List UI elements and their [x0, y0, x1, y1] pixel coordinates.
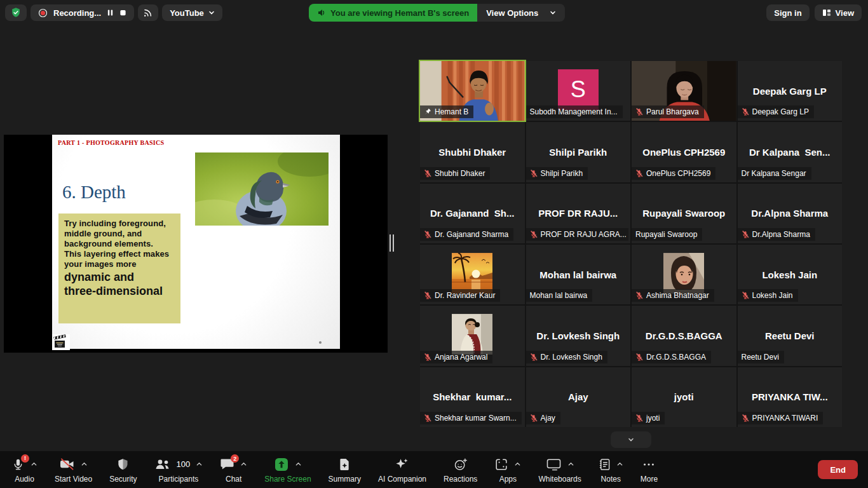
sign-in-label: Sign in: [774, 8, 801, 18]
chevron-up-icon[interactable]: [196, 461, 203, 468]
share-gallery-divider[interactable]: [388, 234, 395, 252]
participant-tile[interactable]: Shilpi ParikhShilpi Parikh: [526, 122, 631, 182]
muted-mic-icon: [530, 353, 538, 361]
chevron-up-icon[interactable]: [295, 461, 302, 468]
stop-recording-button[interactable]: [119, 9, 126, 17]
chevron-up-icon[interactable]: [240, 461, 247, 468]
participant-name-label: Ashima Bhatnagar: [632, 289, 714, 302]
chevron-up-icon[interactable]: [514, 461, 521, 468]
toolbar-item-label: Participants: [159, 475, 199, 484]
participant-name-text: PROF DR RAJU AGRA...: [541, 230, 627, 239]
camera-off-icon: [59, 458, 75, 471]
participant-tile[interactable]: SSubodh Management In...: [526, 61, 631, 121]
participant-tile[interactable]: Shubhi DhakerShubhi Dhaker: [420, 122, 525, 182]
participant-tile[interactable]: jyotijyoti: [632, 367, 736, 427]
chevron-up-icon[interactable]: [31, 461, 37, 468]
security-shield-button[interactable]: [5, 4, 27, 21]
participant-tile[interactable]: Dr Kalpana Sen...Dr Kalpana Sengar: [738, 122, 843, 182]
participant-name-text: Reetu Devi: [742, 353, 779, 362]
participant-name-text: Lokesh Jain: [752, 291, 793, 300]
participant-tile[interactable]: PROF DR RAJU...PROF DR RAJU AGRA...: [526, 184, 631, 243]
participant-tile[interactable]: Dr.G.D.S.BAGGADr.G.D.S.BAGGA: [632, 306, 736, 365]
participant-tile[interactable]: Rupayali SwaroopRupayali Swaroop: [632, 184, 736, 243]
muted-mic-icon: [424, 231, 431, 238]
toolbar-start-video-button[interactable]: Start Video: [55, 456, 92, 484]
end-meeting-button[interactable]: End: [818, 460, 858, 479]
participant-tile[interactable]: Lokesh JainLokesh Jain: [738, 245, 843, 304]
participant-name-text: Anjana Agarwal: [435, 353, 487, 362]
participant-tile[interactable]: Hemant B: [420, 61, 525, 121]
participant-name-label: Reetu Devi: [738, 351, 784, 363]
participant-tile[interactable]: Deepak Garg LPDeepak Garg LP: [738, 61, 843, 121]
participant-name-label: Rupayali Swaroop: [632, 228, 702, 241]
participant-tile[interactable]: Dr.Alpna SharmaDr.Alpna Sharma: [738, 184, 843, 243]
participant-name-text: Shubhi Dhaker: [435, 169, 485, 178]
toolbar-participants-button[interactable]: 100Participants: [154, 456, 203, 484]
participant-tile[interactable]: Dr. Lovkesh SinghDr. Lovkesh Singh: [526, 306, 631, 365]
more-icon: [642, 458, 656, 471]
broadcast-icon: [143, 8, 153, 18]
toolbar-whiteboards-button[interactable]: Whiteboards: [538, 456, 581, 484]
view-button[interactable]: View: [815, 4, 862, 21]
slide-text-line: middle ground, and: [64, 229, 175, 239]
participant-tile[interactable]: Parul Bhargava: [632, 61, 736, 121]
toolbar-apps-button[interactable]: Apps: [494, 456, 521, 484]
toolbar-item-label: Apps: [499, 475, 517, 484]
letter-avatar: S: [558, 69, 599, 110]
muted-mic-icon: [530, 414, 538, 422]
participant-tile[interactable]: Ashima Bhatnagar: [632, 245, 736, 304]
shield-check-icon: [10, 7, 22, 18]
toolbar-audio-button[interactable]: !Audio: [11, 456, 37, 484]
participant-tile[interactable]: OnePlus CPH2569OnePlus CPH2569: [632, 122, 736, 182]
toolbar-more-button[interactable]: More: [641, 456, 658, 484]
view-options-button[interactable]: View Options: [477, 4, 565, 22]
participant-name-text: Dr.G.D.S.BAGGA: [646, 353, 706, 362]
clapperboard-logo: [52, 334, 70, 350]
toolbar-security-button[interactable]: Security: [109, 456, 137, 484]
participant-tile[interactable]: PRIYANKA TIW...PRIYANKA TIWARI: [738, 367, 843, 427]
participant-tile[interactable]: Reetu DeviReetu Devi: [738, 306, 843, 365]
toolbar-share-screen-button[interactable]: Share Screen: [264, 456, 311, 484]
participant-tile[interactable]: Dr. Gajanand Sh...Dr. Gajanand Sharma: [420, 184, 525, 243]
participant-tile[interactable]: Anjana Agarwal: [420, 306, 525, 365]
participant-tile[interactable]: Mohan lal bairwaMohan lal bairwa: [526, 245, 631, 304]
participant-tile[interactable]: Dr. Ravinder Kaur: [420, 245, 525, 304]
participant-name-label: Parul Bhargava: [632, 105, 704, 118]
toolbar-reactions-button[interactable]: Reactions: [444, 456, 477, 484]
toolbar-summary-button[interactable]: Summary: [329, 456, 361, 484]
live-stream-button[interactable]: [138, 4, 158, 21]
shield-icon: [116, 458, 130, 471]
chevron-up-icon[interactable]: [616, 461, 623, 468]
participant-name-text: Mohan lal bairwa: [530, 291, 588, 300]
participant-name-text: Dr. Ravinder Kaur: [435, 291, 495, 300]
slide-text-line: This layering effect makes: [64, 249, 175, 259]
chevron-up-icon[interactable]: [81, 461, 88, 468]
muted-mic-icon: [635, 170, 643, 177]
participant-name-text: Dr.Alpna Sharma: [752, 230, 810, 239]
sign-in-button[interactable]: Sign in: [766, 4, 809, 21]
participant-name-label: Anjana Agarwal: [420, 351, 492, 363]
participant-tile[interactable]: AjayAjay: [526, 367, 631, 427]
muted-mic-icon: [424, 353, 431, 361]
viewing-banner-text: You are viewing Hemant B's screen: [330, 8, 469, 18]
pin-icon: [424, 108, 431, 116]
shared-screen: PART 1 - PHOTOGRAPHY BASICS 6. Depth Try…: [4, 135, 388, 353]
participant-name-text: Deepak Garg LP: [752, 107, 809, 116]
participant-name-text: Dr. Lovkesh Singh: [541, 353, 602, 362]
youtube-stream-menu[interactable]: YouTube: [162, 4, 222, 21]
participant-name-text: Parul Bhargava: [646, 107, 699, 116]
toolbar-notes-button[interactable]: Notes: [599, 456, 623, 484]
chevron-up-icon[interactable]: [567, 461, 574, 468]
participant-tile[interactable]: Shekhar kumar...Shekhar kumar Swarn...: [420, 367, 525, 427]
pause-recording-button[interactable]: [107, 9, 114, 17]
chevron-down-icon: [628, 437, 634, 443]
participant-name-text: Hemant B: [435, 107, 468, 116]
topbar-center: You are viewing Hemant B's screen View O…: [309, 4, 565, 22]
toolbar-chat-button[interactable]: 2Chat: [220, 456, 247, 484]
muted-mic-icon: [424, 170, 431, 177]
toolbar-ai-companion-button[interactable]: AI Companion: [378, 456, 426, 484]
toolbar-item-label: Summary: [329, 475, 361, 484]
gallery-collapse-button[interactable]: [611, 431, 651, 448]
toolbar-item-label: Chat: [226, 475, 241, 484]
participant-name-label: Ajay: [526, 412, 560, 424]
